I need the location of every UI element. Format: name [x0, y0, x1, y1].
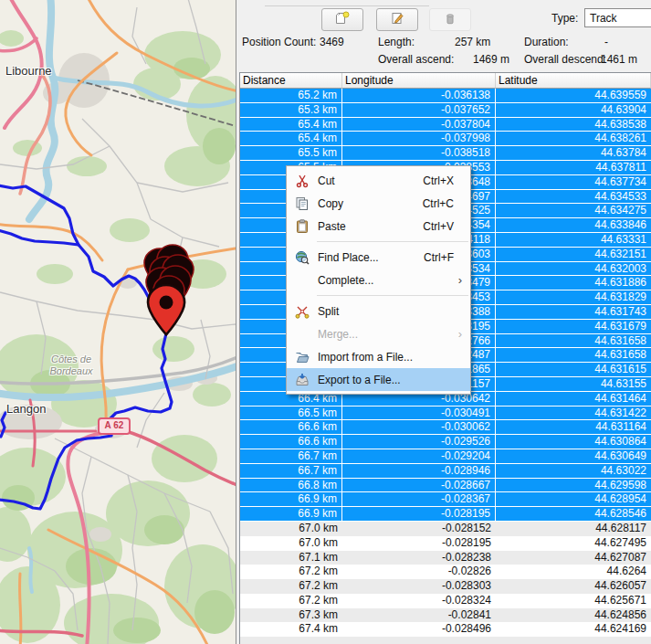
latitude-cell[interactable]: 44.629598 — [496, 479, 651, 492]
latitude-cell[interactable]: 44.630649 — [496, 449, 651, 463]
longitude-cell[interactable]: -0.028238 — [342, 551, 496, 565]
distance-cell[interactable]: 67.3 km — [240, 608, 342, 623]
latitude-cell[interactable]: 44.633846 — [496, 218, 651, 232]
latitude-cell[interactable]: 44.624856 — [496, 608, 651, 623]
table-row[interactable]: 67.2 km-0.02830344.626057 — [240, 579, 651, 594]
longitude-cell[interactable]: -0.028496 — [342, 622, 496, 637]
latitude-cell[interactable]: 44.628117 — [496, 522, 651, 536]
distance-cell[interactable]: 65.3 km — [240, 103, 342, 117]
menu-item-export-to-a-file[interactable]: Export to a File... — [287, 368, 470, 391]
table-row[interactable]: 66.5 km-0.03049144.631422 — [240, 406, 651, 421]
latitude-cell[interactable]: 44.630864 — [496, 435, 651, 449]
latitude-cell[interactable]: 44.637811 — [496, 161, 651, 174]
longitude-cell[interactable]: -0.028367 — [342, 492, 496, 506]
menu-item-cut[interactable]: CutCtrl+X — [287, 169, 470, 192]
distance-cell[interactable]: 65.2 km — [240, 89, 342, 102]
latitude-cell[interactable]: 44.637734 — [496, 175, 651, 189]
longitude-cell[interactable]: -0.028303 — [342, 579, 496, 594]
table-row[interactable]: 67.2 km-0.02832444.625671 — [240, 594, 651, 608]
latitude-cell[interactable]: 44.63331 — [496, 233, 651, 247]
table-row[interactable]: 65.4 km-0.03799844.638261 — [240, 132, 651, 146]
latitude-cell[interactable]: 44.638538 — [496, 118, 651, 132]
latitude-cell[interactable]: 44.632151 — [496, 248, 651, 261]
delete-track-button[interactable] — [429, 8, 471, 31]
distance-cell[interactable]: 66.9 km — [240, 507, 342, 521]
latitude-cell[interactable]: 44.631679 — [496, 320, 651, 333]
latitude-cell[interactable]: 44.634533 — [496, 190, 651, 204]
longitude-cell[interactable]: -0.038518 — [342, 146, 496, 160]
latitude-cell[interactable]: 44.63904 — [496, 103, 651, 117]
column-header-longitude[interactable]: Longitude — [342, 73, 496, 89]
latitude-cell[interactable]: 44.632003 — [496, 262, 651, 276]
latitude-cell[interactable]: 44.631164 — [496, 420, 651, 434]
latitude-cell[interactable]: 44.631658 — [496, 334, 651, 348]
table-row[interactable]: 65.3 km-0.03765244.63904 — [240, 103, 651, 118]
longitude-cell[interactable]: -0.028946 — [342, 464, 496, 478]
latitude-cell[interactable]: 44.631422 — [496, 406, 651, 420]
distance-cell[interactable]: 67.0 km — [240, 536, 342, 551]
longitude-cell[interactable]: -0.028195 — [342, 507, 496, 521]
edit-track-button[interactable] — [376, 8, 418, 31]
table-row[interactable]: 65.5 km-0.03851844.63784 — [240, 146, 651, 161]
latitude-cell[interactable]: 44.631658 — [496, 348, 651, 362]
latitude-cell[interactable]: 44.631615 — [496, 363, 651, 376]
latitude-cell[interactable] — [496, 637, 651, 644]
latitude-cell[interactable]: 44.6264 — [496, 565, 651, 579]
latitude-cell[interactable]: 44.628546 — [496, 507, 651, 521]
menu-item-copy[interactable]: CopyCtrl+C — [287, 192, 470, 215]
longitude-cell[interactable]: -0.028152 — [342, 522, 496, 536]
type-combobox[interactable]: Track — [584, 8, 651, 27]
longitude-cell[interactable]: -0.029526 — [342, 435, 496, 449]
distance-cell[interactable]: 67.2 km — [240, 594, 342, 608]
table-row[interactable] — [240, 637, 651, 644]
distance-cell[interactable]: 66.7 km — [240, 464, 342, 478]
latitude-cell[interactable]: 44.631829 — [496, 290, 651, 304]
map-view[interactable]: Libourne Langon Côtes deBordeaux A 62 — [0, 0, 236, 644]
table-row[interactable]: 66.6 km-0.02952644.630864 — [240, 435, 651, 449]
latitude-cell[interactable]: 44.63022 — [496, 464, 651, 478]
new-track-button[interactable] — [321, 8, 363, 31]
column-header-latitude[interactable]: Latitude — [496, 73, 651, 89]
distance-cell[interactable]: 65.5 km — [240, 146, 342, 160]
column-header-distance[interactable]: Distance — [240, 73, 342, 89]
longitude-cell[interactable]: -0.028195 — [342, 536, 496, 551]
latitude-cell[interactable]: 44.634275 — [496, 204, 651, 217]
longitude-cell[interactable]: -0.028324 — [342, 594, 496, 608]
distance-cell[interactable]: 67.4 km — [240, 622, 342, 637]
table-row[interactable]: 67.3 km-0.0284144.624856 — [240, 608, 651, 623]
table-row[interactable]: 67.2 km-0.0282644.6264 — [240, 565, 651, 579]
table-row[interactable]: 67.0 km-0.02819544.627495 — [240, 536, 651, 551]
latitude-cell[interactable]: 44.628954 — [496, 492, 651, 506]
menu-item-import-from-a-file[interactable]: Import from a File... — [287, 345, 470, 368]
distance-cell[interactable]: 66.7 km — [240, 449, 342, 463]
latitude-cell[interactable]: 44.63784 — [496, 146, 651, 160]
table-row[interactable]: 65.2 km-0.03613844.639559 — [240, 89, 651, 103]
latitude-cell[interactable]: 44.631464 — [496, 392, 651, 406]
table-row[interactable]: 67.4 km-0.02849644.624169 — [240, 622, 651, 637]
latitude-cell[interactable]: 44.627087 — [496, 551, 651, 565]
longitude-cell[interactable]: -0.037998 — [342, 132, 496, 145]
latitude-cell[interactable]: 44.639559 — [496, 89, 651, 102]
longitude-cell[interactable]: -0.02841 — [342, 608, 496, 623]
distance-cell[interactable]: 66.5 km — [240, 406, 342, 420]
distance-cell[interactable]: 67.1 km — [240, 551, 342, 565]
latitude-cell[interactable]: 44.624169 — [496, 622, 651, 637]
latitude-cell[interactable]: 44.63155 — [496, 377, 651, 391]
longitude-cell[interactable]: -0.037652 — [342, 103, 496, 117]
menu-item-paste[interactable]: PasteCtrl+V — [287, 215, 470, 238]
distance-cell[interactable] — [240, 637, 342, 644]
table-row[interactable]: 66.7 km-0.02920444.630649 — [240, 449, 651, 464]
table-row[interactable]: 66.6 km-0.03006244.631164 — [240, 420, 651, 435]
longitude-cell[interactable]: -0.02826 — [342, 565, 496, 579]
longitude-cell[interactable]: -0.028667 — [342, 479, 496, 492]
distance-cell[interactable]: 66.6 km — [240, 420, 342, 434]
longitude-cell[interactable]: -0.029204 — [342, 449, 496, 463]
table-row[interactable]: 66.7 km-0.02894644.63022 — [240, 464, 651, 479]
table-row[interactable]: 66.9 km-0.02819544.628546 — [240, 507, 651, 522]
latitude-cell[interactable]: 44.631886 — [496, 276, 651, 290]
distance-cell[interactable]: 65.4 km — [240, 132, 342, 145]
latitude-cell[interactable]: 44.626057 — [496, 579, 651, 594]
menu-item-complete[interactable]: Complete...› — [287, 269, 470, 291]
distance-cell[interactable]: 66.8 km — [240, 479, 342, 492]
longitude-cell[interactable]: -0.036138 — [342, 89, 496, 102]
